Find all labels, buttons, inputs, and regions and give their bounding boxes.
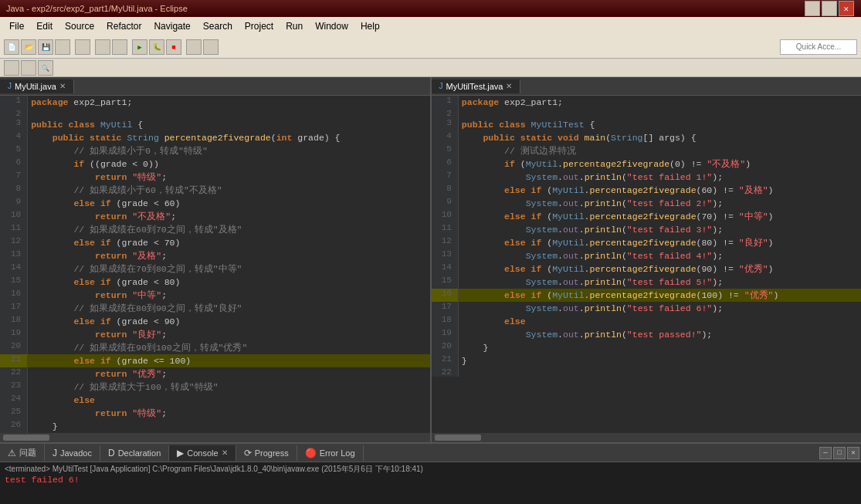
console-icon: ▶ (177, 448, 184, 458)
errorlog-icon: 🔴 (305, 448, 317, 458)
tab-myutiltest-close[interactable]: ✕ (506, 82, 512, 90)
tab-myutil-label: MyUtil.java (15, 82, 56, 91)
console-output: test failed 6! (5, 475, 856, 485)
table-row: 1 package exp2_part1; (0, 96, 430, 109)
toolbar2-btn2[interactable]: ⊕ (21, 60, 36, 76)
menu-bar: File Edit Source Refactor Navigate Searc… (0, 17, 861, 36)
table-row: 22 return "优秀"; (0, 367, 430, 381)
second-toolbar: ≡ ⊕ 🔍 (0, 59, 861, 77)
tab-myutil[interactable]: J MyUtil.java ✕ (0, 79, 74, 93)
tab-javadoc[interactable]: J Javadoc (45, 445, 100, 461)
tab-myutil-close[interactable]: ✕ (59, 82, 66, 90)
table-row: 6 if ((grade < 0)) (0, 157, 430, 171)
table-row: 14 else if (MyUtil.percentage2fivegrade(… (432, 262, 862, 276)
table-row: 15 else if (grade < 80) (0, 276, 430, 289)
table-row: 15 System.out.println("test failed 5!"); (432, 276, 862, 289)
table-row: 5 // 如果成绩小于0，转成"特级" (0, 144, 430, 157)
forward-button[interactable]: → (203, 39, 219, 55)
minimize-button[interactable]: ─ (805, 1, 820, 16)
menu-run[interactable]: Run (280, 19, 309, 33)
menu-window[interactable]: Window (309, 19, 354, 33)
close-button[interactable]: ✕ (839, 1, 854, 16)
tab-declaration-label: Declaration (118, 448, 161, 458)
problems-icon: ⚠ (8, 448, 16, 458)
table-row: 2 (0, 109, 430, 118)
bottom-right-controls: ─ □ ✕ (818, 445, 861, 461)
table-row: 19 System.out.println("test passed!"); (432, 328, 862, 341)
table-row: 18 else (432, 315, 862, 328)
tab-errorlog[interactable]: 🔴 Error Log (297, 445, 364, 461)
save-all-button[interactable]: ⊞ (55, 39, 70, 55)
tab-progress-label: Progress (255, 448, 289, 458)
table-row: 17 // 如果成绩在80到90之间，转成"良好" (0, 302, 430, 315)
table-row: 12 else if (MyUtil.percentage2fivegrade(… (432, 236, 862, 249)
tab-console-label: Console (187, 448, 218, 458)
close-panel-button[interactable]: ✕ (847, 447, 859, 459)
table-row: 9 System.out.println("test failed 2!"); (432, 197, 862, 210)
open-button[interactable]: 📂 (21, 39, 36, 55)
tab-progress[interactable]: ⟳ Progress (236, 445, 297, 461)
tab-myutiltest-label: MyUtilTest.java (446, 82, 503, 91)
table-row: 7 System.out.println("test failed 1!"); (432, 171, 862, 184)
run-button[interactable]: ▶ (132, 39, 147, 55)
main-area: J MyUtil.java ✕ 1 package exp2_part1; 2 (0, 77, 861, 504)
toolbar2-btn3[interactable]: 🔍 (38, 60, 53, 76)
code-area-left[interactable]: 1 package exp2_part1; 2 3 public class M… (0, 96, 430, 433)
table-row: 4 public static void main(String[] args)… (432, 131, 862, 144)
maximize-button[interactable]: □ (822, 1, 837, 16)
window-title: Java - exp2/src/exp2_part1/MyUtil.java -… (6, 4, 188, 13)
menu-help[interactable]: Help (354, 19, 386, 33)
tab-console-close[interactable]: ✕ (222, 448, 228, 457)
table-row: 10 else if (MyUtil.percentage2fivegrade(… (432, 210, 862, 223)
table-row: 10 return "不及格"; (0, 210, 430, 223)
bottom-content: <terminated> MyUtilTest [Java Applicatio… (0, 462, 861, 504)
tab-problems[interactable]: ⚠ 问题 (0, 445, 45, 461)
undo-button[interactable]: ↩ (95, 39, 110, 55)
quick-access-input[interactable] (780, 39, 857, 55)
code-area-right[interactable]: 1 package exp2_part1; 2 3 public class M… (432, 96, 862, 433)
tab-java-icon2: J (439, 82, 443, 90)
scrollbar-thumb-left[interactable] (3, 435, 49, 441)
minimize-panel-button[interactable]: ─ (819, 447, 832, 459)
tab-declaration[interactable]: D Declaration (100, 445, 169, 461)
menu-refactor[interactable]: Refactor (100, 19, 147, 33)
menu-file[interactable]: File (3, 19, 30, 33)
new-button[interactable]: 📄 (4, 39, 19, 55)
back-button[interactable]: ← (186, 39, 202, 55)
table-row: 1 package exp2_part1; (432, 96, 862, 109)
tab-errorlog-label: Error Log (320, 448, 355, 458)
table-row: 12 else if (grade < 70) (0, 236, 430, 249)
table-row: 7 return "特级"; (0, 171, 430, 184)
declaration-icon: D (108, 448, 115, 458)
console-header: <terminated> MyUtilTest [Java Applicatio… (5, 464, 856, 475)
save-button[interactable]: 💾 (38, 39, 53, 55)
menu-source[interactable]: Source (59, 19, 100, 33)
table-row: 19 return "良好"; (0, 328, 430, 341)
maximize-panel-button[interactable]: □ (833, 447, 846, 459)
table-row: 17 System.out.println("test failed 6!"); (432, 302, 862, 315)
editor-panel-left: J MyUtil.java ✕ 1 package exp2_part1; 2 (0, 77, 432, 442)
tab-myutiltest[interactable]: J MyUtilTest.java ✕ (432, 79, 521, 93)
menu-search[interactable]: Search (197, 19, 239, 33)
menu-edit[interactable]: Edit (30, 19, 59, 33)
tab-console[interactable]: ▶ Console ✕ (169, 445, 236, 461)
table-row: 13 return "及格"; (0, 249, 430, 262)
menu-project[interactable]: Project (239, 19, 280, 33)
table-row: 3 public class MyUtilTest { (432, 118, 862, 131)
table-row-highlighted-21: 21 else if (grade <= 100) (0, 354, 430, 367)
javadoc-icon: J (53, 448, 57, 458)
table-row: 11 System.out.println("test failed 3!"); (432, 223, 862, 236)
table-row: 16 return "中等"; (0, 289, 430, 302)
table-row: 25 return "特级"; (0, 407, 430, 420)
scrollbar-h-left[interactable] (0, 433, 430, 442)
stop-button[interactable]: ■ (166, 39, 181, 55)
toolbar2-btn1[interactable]: ≡ (4, 60, 19, 76)
redo-button[interactable]: ↪ (112, 39, 127, 55)
menu-navigate[interactable]: Navigate (147, 19, 196, 33)
debug-button[interactable]: 🐛 (149, 39, 164, 55)
table-row: 20 // 如果成绩在90到100之间，转成"优秀" (0, 341, 430, 354)
tab-problems-label: 问题 (19, 447, 36, 458)
print-button[interactable]: 🖨 (75, 39, 90, 55)
scrollbar-thumb-right[interactable] (435, 435, 481, 441)
scrollbar-h-right[interactable] (432, 433, 862, 442)
